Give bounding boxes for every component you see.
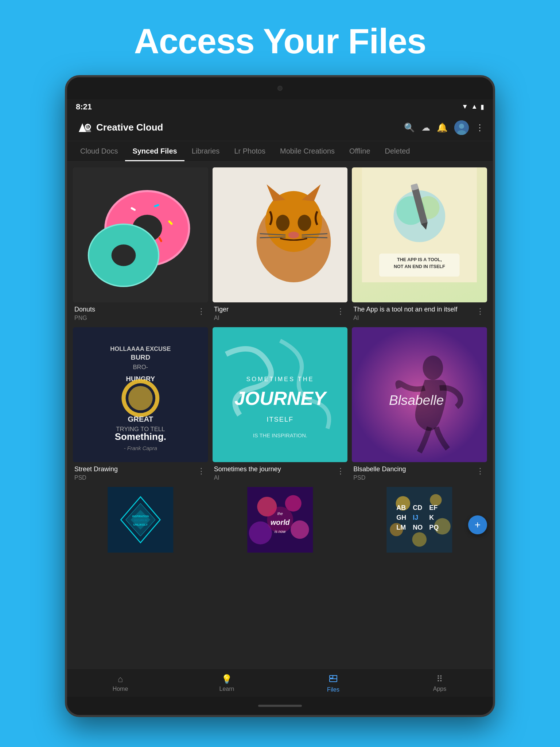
file-type-donuts: PNG bbox=[74, 315, 196, 321]
file-item-letters: AB CD EF GH IJ K LM NO PQ + bbox=[352, 487, 487, 553]
svg-point-23 bbox=[298, 214, 311, 231]
status-icons: ▼ ▲ ▮ bbox=[462, 103, 484, 111]
svg-text:LM: LM bbox=[397, 524, 406, 531]
svg-line-28 bbox=[302, 237, 327, 237]
svg-text:world: world bbox=[271, 518, 290, 526]
tab-deleted[interactable]: Deleted bbox=[378, 141, 417, 161]
svg-point-46 bbox=[128, 386, 153, 410]
search-icon[interactable]: 🔍 bbox=[404, 123, 415, 133]
wifi-icon: ▼ bbox=[462, 103, 468, 111]
tab-cloud-docs[interactable]: Cloud Docs bbox=[73, 141, 125, 161]
svg-text:NO: NO bbox=[413, 524, 423, 531]
thumbnail-street-drawing[interactable]: HOLLAAAA EXCUSE BURD BRO- HUNGRY GREAT T… bbox=[73, 327, 208, 462]
page-title: Access Your Files bbox=[119, 0, 440, 75]
thumbnail-blsabelle[interactable]: Blsabelle bbox=[352, 327, 487, 462]
nav-learn[interactable]: 💡 Learn bbox=[174, 669, 280, 697]
file-details-app-tool: The App is a tool not an end in itself A… bbox=[353, 305, 475, 321]
file-item-tiger: Tiger AI ⋮ bbox=[213, 167, 348, 323]
tab-synced-files[interactable]: Synced Files bbox=[125, 141, 184, 161]
thumbnail-tiger[interactable] bbox=[213, 167, 348, 303]
file-details-street-drawing: Street Drawing PSD bbox=[74, 465, 196, 481]
file-info-blsabelle: Blsabelle Dancing PSD ⋮ bbox=[352, 462, 487, 482]
nav-tabs: Cloud Docs Synced Files Libraries Lr Pho… bbox=[67, 141, 493, 162]
cloud-icon[interactable]: ☁ bbox=[421, 123, 430, 133]
file-details-tiger: Tiger AI bbox=[214, 305, 335, 321]
file-menu-tiger[interactable]: ⋮ bbox=[335, 305, 346, 318]
file-menu-donuts[interactable]: ⋮ bbox=[196, 305, 207, 318]
tab-offline[interactable]: Offline bbox=[342, 141, 377, 161]
file-details-donuts: Donuts PNG bbox=[74, 305, 196, 321]
svg-text:IJ: IJ bbox=[413, 514, 419, 521]
thumbnail-app-tool[interactable]: THE APP IS A TOOL, NOT AN END IN ITSELF bbox=[352, 167, 487, 303]
user-avatar[interactable] bbox=[454, 120, 469, 135]
svg-text:INSPIRATION: INSPIRATION bbox=[132, 515, 149, 518]
learn-icon: 💡 bbox=[221, 674, 232, 684]
svg-text:PQ: PQ bbox=[429, 524, 439, 531]
thumbnail-letters[interactable]: AB CD EF GH IJ K LM NO PQ bbox=[352, 487, 487, 553]
tablet-device: 8:21 ▼ ▲ ▮ Creative Cloud 🔍 ☁ 🔔 bbox=[65, 75, 495, 717]
svg-text:Blsabelle: Blsabelle bbox=[389, 392, 444, 408]
adobe-logo-icon bbox=[76, 120, 92, 136]
status-time: 8:21 bbox=[76, 102, 92, 112]
bottom-nav: ⌂ Home 💡 Learn Files ⠿ Apps bbox=[67, 669, 493, 697]
tab-libraries[interactable]: Libraries bbox=[184, 141, 227, 161]
file-item-inspiration: INSPIRATION OCCURS IN UNLIKELY bbox=[73, 487, 208, 553]
home-indicator bbox=[258, 705, 302, 707]
file-info-tiger: Tiger AI ⋮ bbox=[213, 302, 348, 322]
svg-rect-90 bbox=[330, 676, 333, 678]
file-menu-street-drawing[interactable]: ⋮ bbox=[196, 465, 207, 477]
signal-icon: ▲ bbox=[471, 103, 478, 111]
file-info-journey: Sometimes the journey AI ⋮ bbox=[213, 462, 348, 482]
app-name-label: Creative Cloud bbox=[96, 122, 163, 133]
svg-rect-91 bbox=[330, 679, 337, 682]
tablet-top-bezel bbox=[67, 77, 493, 99]
nav-apps-label: Apps bbox=[433, 686, 446, 692]
file-menu-blsabelle[interactable]: ⋮ bbox=[475, 465, 486, 477]
thumbnail-donuts[interactable] bbox=[73, 167, 208, 303]
svg-point-3 bbox=[459, 124, 464, 129]
bell-icon[interactable]: 🔔 bbox=[437, 123, 448, 133]
file-info-donuts: Donuts PNG ⋮ bbox=[73, 302, 208, 322]
nav-files[interactable]: Files bbox=[280, 669, 386, 697]
status-bar: 8:21 ▼ ▲ ▮ bbox=[67, 99, 493, 115]
nav-apps[interactable]: ⠿ Apps bbox=[386, 669, 493, 697]
file-name-app-tool: The App is a tool not an end in itself bbox=[353, 305, 475, 314]
nav-home[interactable]: ⌂ Home bbox=[67, 669, 174, 697]
header-actions: 🔍 ☁ 🔔 ⋮ bbox=[404, 120, 484, 135]
file-menu-app-tool[interactable]: ⋮ bbox=[475, 305, 486, 318]
nav-home-label: Home bbox=[113, 686, 128, 692]
file-name-street-drawing: Street Drawing bbox=[74, 465, 196, 473]
more-options-icon[interactable]: ⋮ bbox=[475, 123, 484, 133]
svg-text:THE APP IS A TOOL,: THE APP IS A TOOL, bbox=[397, 257, 442, 262]
file-name-tiger: Tiger bbox=[214, 305, 335, 314]
files-grid: Donuts PNG ⋮ bbox=[73, 167, 487, 553]
svg-text:OCCURS IN: OCCURS IN bbox=[134, 519, 147, 521]
file-details-blsabelle: Blsabelle Dancing PSD bbox=[353, 465, 475, 481]
file-menu-journey[interactable]: ⋮ bbox=[335, 465, 346, 477]
app-header: Creative Cloud 🔍 ☁ 🔔 ⋮ bbox=[67, 115, 493, 141]
fab-plus-icon: + bbox=[475, 519, 481, 531]
files-icon bbox=[329, 674, 338, 685]
svg-text:BURD: BURD bbox=[131, 353, 151, 361]
home-icon: ⌂ bbox=[118, 674, 123, 684]
thumbnail-inspiration[interactable]: INSPIRATION OCCURS IN UNLIKELY bbox=[73, 487, 208, 553]
svg-text:K: K bbox=[429, 514, 434, 521]
svg-text:NOT AN END IN ITSELF: NOT AN END IN ITSELF bbox=[394, 264, 445, 269]
file-item-donuts: Donuts PNG ⋮ bbox=[73, 167, 208, 323]
tab-mobile-creations[interactable]: Mobile Creations bbox=[273, 141, 342, 161]
tab-lr-photos[interactable]: Lr Photos bbox=[227, 141, 273, 161]
nav-files-label: Files bbox=[327, 686, 339, 693]
svg-text:is now: is now bbox=[275, 529, 286, 534]
thumbnail-world[interactable]: the world is now bbox=[213, 487, 348, 553]
svg-text:Something.: Something. bbox=[115, 431, 166, 442]
file-item-blsabelle: Blsabelle Blsabelle Dancing PSD ⋮ bbox=[352, 327, 487, 483]
file-name-journey: Sometimes the journey bbox=[214, 465, 335, 473]
svg-text:BRO-: BRO- bbox=[133, 364, 148, 371]
thumbnail-journey[interactable]: SOMETIMES THE JOURNEY ITSELF IS THE INSP… bbox=[213, 327, 348, 462]
fab-add-button[interactable]: + bbox=[468, 515, 487, 534]
file-type-street-drawing: PSD bbox=[74, 475, 196, 481]
file-name-blsabelle: Blsabelle Dancing bbox=[353, 465, 475, 473]
svg-text:SOMETIMES THE: SOMETIMES THE bbox=[246, 376, 314, 383]
svg-text:JOURNEY: JOURNEY bbox=[234, 388, 327, 409]
main-content: Donuts PNG ⋮ bbox=[67, 162, 493, 669]
